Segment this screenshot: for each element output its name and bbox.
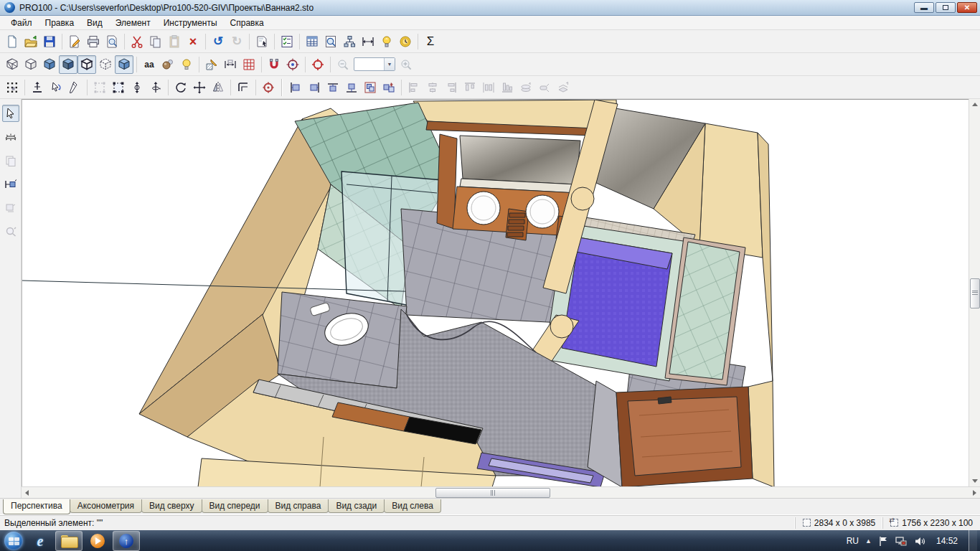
minimize-button[interactable]: ▬ bbox=[914, 2, 934, 13]
price-list-button[interactable] bbox=[303, 32, 321, 51]
start-button[interactable] bbox=[1, 531, 26, 551]
menu-file[interactable]: Файл bbox=[4, 17, 39, 29]
report-tool-button[interactable] bbox=[2, 199, 19, 217]
paste-button[interactable] bbox=[165, 32, 184, 51]
tab-axonometry[interactable]: Аксонометрия bbox=[70, 499, 142, 513]
tab-right-view[interactable]: Вид справа bbox=[268, 499, 329, 513]
horizontal-scroll-thumb[interactable] bbox=[435, 488, 550, 498]
network-status-icon[interactable] bbox=[895, 536, 908, 547]
align-right-button[interactable] bbox=[305, 78, 324, 97]
align-left-button[interactable] bbox=[286, 78, 305, 97]
snap-center-button[interactable] bbox=[283, 55, 302, 74]
draw-tool-button[interactable] bbox=[65, 78, 84, 97]
horizontal-scroll-track[interactable] bbox=[32, 488, 969, 498]
ungroup-button[interactable] bbox=[380, 78, 398, 97]
redo-button[interactable]: ↻ bbox=[227, 32, 246, 51]
measure-tool-button[interactable] bbox=[2, 176, 19, 193]
scroll-up-button[interactable] bbox=[970, 99, 980, 110]
render-quality-button[interactable] bbox=[159, 55, 177, 74]
select-tool-button[interactable] bbox=[47, 78, 65, 97]
vertical-scroll-thumb[interactable] bbox=[970, 278, 980, 309]
show-labels-button[interactable]: aa bbox=[140, 55, 159, 74]
copy-button[interactable] bbox=[146, 32, 165, 51]
mirror-element-button[interactable] bbox=[209, 78, 227, 97]
close-button[interactable]: ✕ bbox=[957, 2, 977, 13]
show-grid-button[interactable] bbox=[240, 55, 258, 74]
taskbar-explorer[interactable] bbox=[55, 531, 83, 551]
auto-dimension-button[interactable] bbox=[221, 55, 240, 74]
undo-button[interactable]: ↺ bbox=[209, 32, 227, 51]
taskbar-clock[interactable]: 14:52 bbox=[932, 536, 962, 546]
distribute-v-button[interactable] bbox=[498, 78, 517, 97]
rotate-x-button[interactable] bbox=[128, 78, 146, 97]
find-element-button[interactable] bbox=[321, 32, 340, 51]
horizontal-scrollbar[interactable] bbox=[22, 486, 980, 498]
tab-front-view[interactable]: Вид спереди bbox=[202, 499, 268, 513]
structure-button[interactable] bbox=[340, 32, 359, 51]
print-preview-button[interactable] bbox=[103, 32, 121, 51]
light-button[interactable] bbox=[377, 32, 396, 51]
tab-top-view[interactable]: Вид сверху bbox=[141, 499, 202, 513]
summary-report-button[interactable]: Σ bbox=[421, 32, 440, 51]
align-top-button[interactable] bbox=[324, 78, 342, 97]
set-rotation-center-button[interactable] bbox=[259, 78, 278, 97]
menu-help[interactable]: Справка bbox=[224, 17, 270, 29]
snap-grid-button[interactable] bbox=[3, 78, 22, 97]
vertical-scrollbar[interactable] bbox=[969, 99, 980, 486]
tab-perspective[interactable]: Перспектива bbox=[3, 499, 70, 514]
zoom-tool-button[interactable] bbox=[2, 223, 19, 240]
view-contours-button[interactable] bbox=[77, 55, 96, 74]
rotate-y-button[interactable] bbox=[146, 78, 165, 97]
spotlight-tool-button[interactable] bbox=[2, 128, 19, 146]
report-checklist-button[interactable] bbox=[278, 32, 296, 51]
cost-button[interactable] bbox=[396, 32, 415, 51]
menu-edit[interactable]: Правка bbox=[39, 17, 81, 29]
distribute-top-button[interactable] bbox=[461, 78, 479, 97]
group-button[interactable] bbox=[361, 78, 380, 97]
view-colors-button[interactable] bbox=[40, 55, 59, 74]
language-indicator[interactable]: RU bbox=[847, 536, 859, 546]
select-handles-button[interactable] bbox=[109, 78, 128, 97]
open-button[interactable] bbox=[22, 32, 40, 51]
taskbar-pro100[interactable]: ↑ bbox=[113, 531, 140, 551]
align-bottom-button[interactable] bbox=[342, 78, 361, 97]
menu-element[interactable]: Элемент bbox=[109, 17, 157, 29]
project-properties-button[interactable] bbox=[65, 32, 84, 51]
magnet-snap-button[interactable] bbox=[265, 55, 283, 74]
zoom-in-button[interactable] bbox=[397, 55, 415, 74]
view-dashed-button[interactable] bbox=[96, 55, 115, 74]
select-area-button[interactable] bbox=[90, 78, 109, 97]
rotate-element-button[interactable] bbox=[171, 78, 190, 97]
element-properties-button[interactable] bbox=[253, 32, 271, 51]
tab-back-view[interactable]: Вид сзади bbox=[328, 499, 385, 513]
tab-left-view[interactable]: Вид слева bbox=[384, 499, 441, 513]
show-desktop-button[interactable] bbox=[969, 530, 977, 551]
distribute-center-button[interactable] bbox=[423, 78, 442, 97]
distribute-right-button[interactable] bbox=[442, 78, 461, 97]
delete-button[interactable]: × bbox=[184, 32, 202, 51]
merge-button[interactable] bbox=[535, 78, 554, 97]
cut-button[interactable] bbox=[128, 32, 146, 51]
bend-element-button[interactable] bbox=[234, 78, 253, 97]
move-element-button[interactable] bbox=[190, 78, 209, 97]
layers-button[interactable] bbox=[554, 78, 573, 97]
scroll-right-button[interactable] bbox=[969, 488, 980, 498]
distribute-h-button[interactable] bbox=[479, 78, 498, 97]
tray-expand-button[interactable]: ▲ bbox=[865, 537, 872, 545]
scroll-left-button[interactable] bbox=[22, 488, 32, 498]
distribute-left-button[interactable] bbox=[405, 78, 423, 97]
zoom-dropdown-button[interactable]: ▼ bbox=[384, 58, 395, 70]
view-hidden-lines-button[interactable] bbox=[22, 55, 40, 74]
dimensions-button[interactable] bbox=[359, 32, 377, 51]
taskbar-media-player[interactable] bbox=[84, 531, 111, 551]
pointer-tool-button[interactable] bbox=[2, 105, 19, 122]
zoom-out-button[interactable] bbox=[334, 55, 352, 74]
volume-icon[interactable] bbox=[914, 536, 925, 547]
title-bar[interactable]: PRO100 - C:\Users\severfor\Desktop\Pro10… bbox=[0, 0, 980, 16]
menu-tools[interactable]: Инструменты bbox=[157, 17, 224, 29]
save-button[interactable] bbox=[40, 32, 59, 51]
3d-canvas[interactable] bbox=[22, 99, 969, 486]
view-textures-button[interactable] bbox=[59, 55, 77, 74]
new-file-button[interactable] bbox=[3, 32, 22, 51]
vertical-scroll-track[interactable] bbox=[970, 110, 980, 476]
